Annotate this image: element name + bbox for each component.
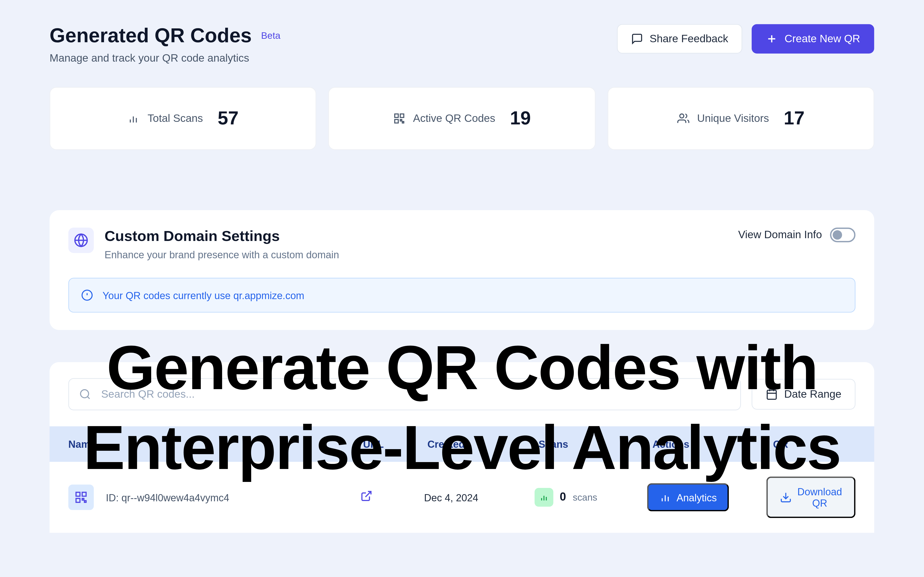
col-scans: Scans [539, 438, 653, 450]
svg-line-17 [87, 396, 89, 398]
svg-rect-8 [400, 119, 401, 121]
qr-code-icon [393, 113, 405, 124]
date-range-label: Date Range [784, 388, 842, 400]
stat-value: 17 [784, 108, 804, 129]
row-scans-cell: 0 scans [534, 488, 647, 507]
svg-line-27 [365, 492, 371, 497]
panel-subtitle: Enhance your brand presence with a custo… [104, 249, 339, 260]
calendar-icon [766, 388, 777, 400]
page-title: Generated QR Codes [50, 24, 252, 47]
stat-unique-visitors: Unique Visitors 17 [607, 87, 874, 150]
row-qr-cell: Download QR [766, 477, 855, 518]
col-name: Name [68, 438, 363, 450]
globe-icon [68, 227, 94, 253]
scans-badge-icon [534, 488, 553, 507]
svg-rect-9 [402, 121, 404, 123]
svg-rect-25 [82, 498, 84, 500]
download-label: Download QR [797, 486, 842, 509]
download-qr-button[interactable]: Download QR [766, 477, 855, 518]
search-wrap [68, 378, 741, 410]
create-qr-button[interactable]: Create New QR [752, 24, 874, 53]
row-id-text: ID: qr--w94l0wew4a4vymc4 [106, 492, 229, 503]
stats-row: Total Scans 57 Active QR Codes 19 Unique… [50, 87, 874, 150]
alert-circle-icon [81, 289, 93, 301]
bar-chart-icon [128, 113, 139, 124]
page-header: Generated QR Codes Beta Manage and track… [50, 24, 874, 64]
row-name-cell: ID: qr--w94l0wew4a4vymc4 [68, 485, 360, 510]
plus-icon [766, 33, 778, 45]
domain-settings-panel: Custom Domain Settings Enhance your bran… [50, 210, 874, 330]
share-feedback-label: Share Feedback [649, 33, 728, 45]
stat-label: Total Scans [148, 113, 203, 124]
svg-rect-5 [394, 114, 398, 118]
toggle-label: View Domain Info [738, 229, 822, 241]
stat-total-scans: Total Scans 57 [50, 87, 317, 150]
stat-label: Unique Visitors [697, 113, 769, 124]
stat-active-qr: Active QR Codes 19 [328, 87, 595, 150]
download-icon [780, 492, 792, 503]
search-input[interactable] [68, 378, 741, 410]
stat-value: 57 [218, 108, 238, 129]
stat-label: Active QR Codes [413, 113, 495, 124]
bar-chart-icon [659, 492, 671, 503]
col-url: URL [363, 438, 427, 450]
svg-rect-18 [767, 390, 776, 399]
external-link-icon[interactable] [360, 490, 372, 502]
search-icon [79, 388, 91, 400]
row-url-cell [360, 490, 424, 505]
domain-info-text: Your QR codes currently use qr.appmize.c… [103, 289, 304, 301]
stat-value: 19 [510, 108, 531, 129]
qr-thumbnail-icon [68, 485, 94, 510]
svg-point-10 [680, 114, 683, 118]
message-icon [631, 33, 643, 45]
svg-rect-22 [76, 492, 80, 496]
toggle-switch[interactable] [830, 227, 855, 242]
row-created-cell: Dec 4, 2024 [424, 492, 534, 503]
col-actions: Actions [653, 438, 773, 450]
svg-rect-26 [84, 501, 86, 502]
svg-rect-24 [76, 498, 80, 503]
panel-header: Custom Domain Settings Enhance your bran… [68, 227, 856, 260]
panel-title: Custom Domain Settings [104, 227, 339, 245]
col-created: Created [427, 438, 538, 450]
svg-rect-23 [82, 492, 86, 496]
svg-rect-6 [400, 114, 403, 118]
row-actions-cell: Analytics [647, 483, 766, 511]
scans-count: 0 [560, 491, 566, 504]
col-qr: QR [773, 438, 856, 450]
view-domain-info-toggle[interactable]: View Domain Info [738, 227, 855, 242]
search-bar-panel: Date Range [50, 362, 874, 426]
beta-badge: Beta [261, 29, 280, 42]
domain-info-alert: Your QR codes currently use qr.appmize.c… [68, 278, 856, 313]
analytics-label: Analytics [677, 492, 717, 503]
create-qr-label: Create New QR [785, 33, 860, 45]
analytics-button[interactable]: Analytics [647, 483, 729, 511]
title-row: Generated QR Codes Beta [50, 24, 280, 47]
table-header: Name URL Created Scans Actions QR [50, 426, 874, 462]
svg-rect-7 [394, 119, 398, 123]
page-subtitle: Manage and track your QR code analytics [50, 52, 280, 64]
share-feedback-button[interactable]: Share Feedback [617, 24, 742, 53]
date-range-button[interactable]: Date Range [751, 379, 856, 409]
svg-point-16 [81, 390, 89, 398]
title-block: Generated QR Codes Beta Manage and track… [50, 24, 280, 64]
header-actions: Share Feedback Create New QR [617, 24, 874, 53]
table-row: ID: qr--w94l0wew4a4vymc4 Dec 4, 2024 0 s… [50, 462, 874, 533]
users-icon [677, 113, 689, 124]
scans-unit: scans [573, 492, 597, 503]
